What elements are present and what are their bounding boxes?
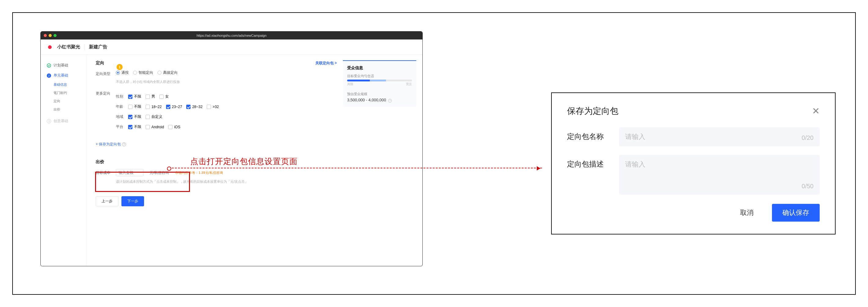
minimize-dot-icon[interactable] — [49, 34, 52, 37]
chk-gender-male[interactable]: 男 — [146, 94, 155, 99]
market-hint: 市场均价参考：1.39元/私信咨询 — [175, 170, 223, 175]
sidebar-item-plan[interactable]: 计划基础 — [41, 60, 86, 71]
audience-scale: 局限 宽泛 — [347, 82, 412, 86]
aside-sub1: 目标受众均匀合适 — [347, 74, 412, 78]
sidebar-item-unit[interactable]: 2 单元基础 — [41, 71, 86, 81]
prev-button[interactable]: 上一步 — [96, 196, 118, 206]
confirm-save-button[interactable]: 确认保存 — [772, 204, 820, 222]
target-cost-input[interactable] — [116, 169, 144, 176]
doc-frame: https://ad.xiaohongshu.com/ads/newCampai… — [12, 12, 856, 295]
radio-through[interactable]: 通投 — [116, 70, 129, 75]
more-targeting-row: 更多定向 性别 不限 男 女 年龄 不限 18~22 — [96, 90, 337, 132]
sidebar-sub-note[interactable]: 笔门标约 — [41, 89, 86, 97]
browser-window: https://ad.xiaohongshu.com/ads/newCampai… — [40, 31, 423, 266]
sidebar: 计划基础 2 单元基础 基础信息 笔门标约 定向 出价 3 创意基础 — [41, 55, 87, 266]
help-icon[interactable]: ? — [388, 99, 392, 103]
footer-buttons: 上一步 下一步 — [96, 196, 337, 206]
step-badge: 1 — [117, 64, 123, 70]
radio-smart[interactable]: 智能定向 — [133, 70, 153, 75]
sidebar-label: 创意基础 — [54, 118, 68, 124]
sidebar-sub-basic[interactable]: 基础信息 — [41, 81, 86, 89]
url-bar[interactable]: https://ad.xiaohongshu.com/ads/newCampai… — [197, 34, 267, 37]
chk-plat-any[interactable]: 不限 — [128, 124, 141, 130]
sidebar-sub-bid[interactable]: 出价 — [41, 105, 86, 114]
annotation-arrow-icon — [169, 168, 542, 168]
dialog-header: 保存为定向包 ✕ — [567, 105, 820, 117]
pack-desc-field: 定向包描述 请输入 0/50 — [567, 155, 820, 195]
sidebar-label: 单元基础 — [54, 73, 68, 78]
step-circle-icon: 2 — [47, 74, 51, 78]
bid-note: 该计划的成本控制方式为「点击成本控制」，故当前的目标成本设置单位为「元/次点击」 — [116, 179, 337, 184]
save-pack-dialog: 保存为定向包 ✕ 定向包名称 请输入 0/20 定向包描述 请输入 0/50 取… — [551, 92, 836, 234]
target-cost-row: 目标成本 元/私信咨询 市场均价参考：1.39元/私信咨询 — [96, 169, 337, 176]
dialog-title: 保存为定向包 — [567, 105, 618, 117]
cancel-button[interactable]: 取消 — [730, 204, 764, 222]
row-label: 目标成本 — [96, 169, 116, 175]
page-title: 新建广告 — [89, 44, 107, 50]
gender-row: 性别 不限 男 女 — [116, 91, 337, 102]
sidebar-sub-target[interactable]: 定向 — [41, 97, 86, 105]
browser-chrome: https://ad.xiaohongshu.com/ads/newCampai… — [41, 31, 423, 39]
chk-gender-female[interactable]: 女 — [159, 94, 169, 99]
aside-title: 受众信息 — [347, 65, 412, 71]
audience-aside: 受众信息 目标受众均匀合适 局限 宽泛 预估受众规模 3,500,000 - 4… — [343, 60, 416, 107]
annotation-text: 点击打开定向包信息设置页面 — [190, 156, 298, 167]
field-label: 定向包描述 — [567, 155, 619, 169]
pack-desc-input[interactable]: 请输入 0/50 — [619, 155, 820, 195]
chk-gender-any[interactable]: 不限 — [128, 94, 141, 99]
zoom-dot-icon[interactable] — [54, 34, 57, 37]
type-hint: 不选人群，对小红书域内全部人群进行投放 — [116, 80, 337, 84]
chk-region-any[interactable]: 不限 — [128, 114, 141, 119]
brand-name: 小红书聚光 — [57, 44, 80, 50]
chk-plat-ios[interactable]: iOS — [168, 125, 180, 129]
cost-unit: 元/私信咨询 — [150, 170, 169, 175]
audience-bar — [347, 80, 412, 81]
chk-age-28-32[interactable]: 28~32 — [186, 105, 203, 109]
row-label: 更多定向 — [96, 90, 116, 96]
step-circle-icon: 3 — [47, 119, 51, 123]
dialog-footer: 取消 确认保存 — [567, 204, 820, 222]
app-header: 小红书聚光 新建广告 — [41, 39, 423, 55]
chk-age-gt32[interactable]: >32 — [207, 105, 219, 109]
aside-sub2: 预估受众规模 — [347, 92, 412, 96]
pack-name-input[interactable]: 请输入 0/20 — [619, 127, 820, 146]
chk-age-18-22[interactable]: 18~22 — [146, 105, 162, 109]
region-row: 地域 不限 自定义 — [116, 112, 337, 122]
chk-region-custom[interactable]: 自定义 — [146, 114, 162, 119]
row-label: 定向类型 — [96, 70, 116, 77]
save-as-pack-row: + 保存为定向包 ? — [96, 138, 337, 150]
field-label: 定向包名称 — [567, 127, 619, 141]
brand-logo-icon — [47, 44, 53, 50]
next-button[interactable]: 下一步 — [121, 196, 144, 206]
save-as-pack-link[interactable]: + 保存为定向包 ? — [96, 142, 126, 147]
char-counter: 0/20 — [802, 134, 813, 141]
chk-age-any[interactable]: 不限 — [128, 104, 141, 109]
targeting-type-row: 定向类型 通投 智能定向 高级定向 — [96, 70, 337, 77]
pack-name-field: 定向包名称 请输入 0/20 — [567, 127, 820, 146]
close-dot-icon[interactable] — [44, 34, 47, 37]
platform-row: 平台 不限 Android iOS — [116, 122, 337, 132]
sidebar-item-creative[interactable]: 3 创意基础 — [41, 116, 86, 126]
sidebar-label: 计划基础 — [54, 63, 68, 68]
close-icon[interactable]: ✕ — [812, 107, 820, 116]
radio-advanced[interactable]: 高级定向 — [157, 70, 178, 75]
section-title-text: 定向 — [96, 60, 104, 66]
chk-age-23-27[interactable]: 23~27 — [166, 105, 182, 109]
more-targeting-box: 性别 不限 男 女 年龄 不限 18~22 23~27 28~32 — [116, 91, 337, 132]
char-counter: 0/50 — [802, 183, 813, 190]
check-circle-icon — [47, 63, 51, 68]
help-icon[interactable]: ? — [122, 142, 126, 146]
audience-estimate: 3,500,000 - 4,000,000 ? — [347, 97, 412, 103]
traffic-lights — [44, 34, 57, 37]
targeting-header: 定向 关联定向包 > — [96, 60, 337, 66]
chk-plat-android[interactable]: Android — [146, 125, 164, 129]
age-row: 年龄 不限 18~22 23~27 28~32 >32 — [116, 102, 337, 112]
associate-pack-link[interactable]: 关联定向包 > — [315, 61, 337, 66]
